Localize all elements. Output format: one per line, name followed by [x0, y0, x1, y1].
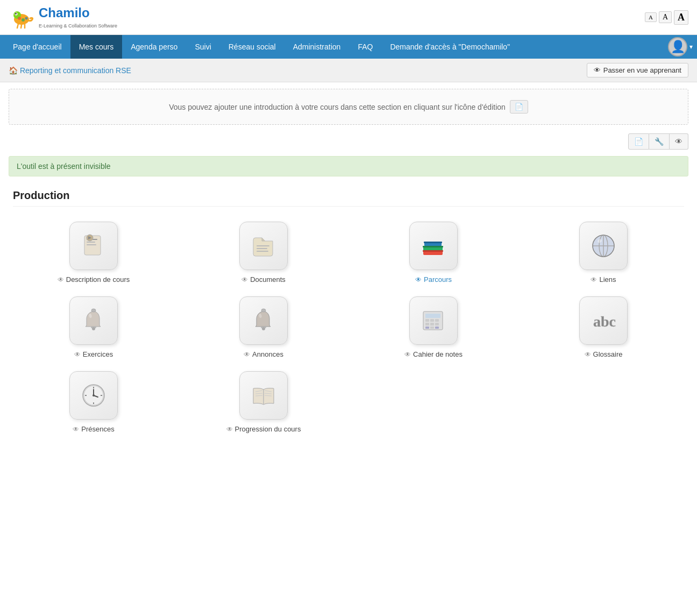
tool-item-exercices[interactable]: 👁 Exercices [13, 296, 174, 358]
view-icon: 👁 [594, 66, 601, 74]
intro-text: Vous pouvez ajouter une introduction à v… [169, 103, 506, 111]
tool-icon-documents [239, 222, 288, 270]
glossaire-icon: abc [589, 306, 618, 335]
tool-label-presences: 👁 Présences [73, 425, 114, 433]
tool-item-documents[interactable]: 👁 Documents [183, 222, 344, 284]
font-small-button[interactable]: A [645, 12, 657, 22]
presences-icon [79, 381, 108, 410]
eye-small-icon3: 👁 [415, 276, 422, 284]
annonces-icon [249, 306, 278, 335]
svg-rect-12 [87, 242, 95, 243]
nav-item-agenda[interactable]: Agenda perso [122, 35, 186, 59]
nav-item-demande[interactable]: Demande d'accès à "Demochamilo" [381, 35, 518, 59]
svg-line-5 [21, 25, 22, 28]
eye-small-icon7: 👁 [404, 351, 411, 358]
view-label: Passer en vue apprenant [603, 66, 681, 74]
nav-item-reseau[interactable]: Réseau social [220, 35, 285, 59]
tool-label-text7: Cahier de notes [413, 350, 463, 358]
font-large-button[interactable]: A [674, 10, 688, 25]
svg-rect-47 [425, 327, 429, 329]
nav-bar: Page d'accueil Mes cours Agenda perso Su… [0, 35, 697, 59]
eye-small-icon9: 👁 [73, 426, 79, 433]
tool-icon-glossaire: abc [579, 296, 628, 345]
doc-tool-icon: 📄 [634, 137, 643, 146]
svg-rect-42 [430, 319, 434, 322]
tool-item-presences[interactable]: 👁 Présences [13, 371, 174, 433]
tool-icon-progression [239, 371, 288, 420]
tool-icon-presences [69, 371, 118, 420]
wrench-tool-button[interactable]: 🔧 [649, 133, 670, 150]
logo-name: Chamilo [39, 5, 117, 20]
tool-label-cahier: 👁 Cahier de notes [404, 350, 463, 358]
breadcrumb-bar: 🏠 Reporting et communication RSE 👁 Passe… [0, 59, 697, 82]
breadcrumb-home-icon: 🏠 [9, 66, 18, 75]
tool-label-annonces: 👁 Annonces [244, 350, 283, 358]
view-learner-button[interactable]: 👁 Passer en vue apprenant [587, 63, 688, 77]
tool-actions: 📄 🔧 👁 [0, 131, 697, 152]
doc-tool-button[interactable]: 📄 [628, 133, 649, 150]
svg-point-32 [92, 327, 95, 330]
tool-icon-description [69, 222, 118, 270]
tool-label-text6: Annonces [252, 350, 283, 358]
tool-label-exercices: 👁 Exercices [74, 350, 113, 358]
tool-item-parcours[interactable]: 👁 Parcours [353, 222, 514, 284]
liens-icon [589, 231, 618, 260]
eye-small-icon4: 👁 [591, 276, 597, 284]
tool-label-glossaire: 👁 Glossaire [585, 350, 623, 358]
tool-item-cahier[interactable]: 👁 Cahier de notes [353, 296, 514, 358]
nav-item-mes-cours[interactable]: Mes cours [70, 35, 123, 59]
tool-label-text3: Parcours [424, 275, 452, 284]
nav-item-faq[interactable]: FAQ [349, 35, 381, 59]
svg-point-8 [22, 18, 25, 22]
tool-label-liens: 👁 Liens [591, 275, 616, 284]
svg-rect-18 [257, 251, 268, 252]
nav-item-administration[interactable]: Administration [285, 35, 350, 59]
avatar-button[interactable]: 👤 [668, 37, 687, 56]
eye-small-icon5: 👁 [74, 351, 81, 358]
tool-label-text10: Progression du cours [235, 425, 301, 433]
alert-text: L'outil est à présent invisible [17, 162, 111, 171]
nav-item-home[interactable]: Page d'accueil [4, 35, 70, 59]
tool-label-text5: Exercices [83, 350, 113, 358]
alert-banner: L'outil est à présent invisible [9, 156, 688, 176]
nav-right: 👤 ▾ [668, 37, 693, 56]
description-icon [79, 231, 108, 260]
nav-item-suivi[interactable]: Suivi [186, 35, 219, 59]
edit-icon: 📄 [515, 103, 523, 111]
tool-item-glossaire[interactable]: abc 👁 Glossaire [523, 296, 684, 358]
breadcrumb-link[interactable]: 🏠 Reporting et communication RSE [9, 66, 131, 75]
tool-label-progression: 👁 Progression du cours [226, 425, 301, 433]
wrench-icon: 🔧 [655, 137, 664, 146]
breadcrumb-text: Reporting et communication RSE [20, 66, 131, 75]
progression-icon [249, 381, 278, 410]
production-title: Production [13, 189, 684, 207]
intro-section: Vous pouvez ajouter une introduction à v… [9, 89, 688, 125]
svg-point-3 [15, 13, 16, 14]
eye-tool-button[interactable]: 👁 [670, 133, 688, 150]
logo-subtitle: E-Learning & Collaboration Software [39, 23, 117, 29]
eye-small-icon: 👁 [58, 276, 64, 284]
tool-item-description[interactable]: 👁 Description de cours [13, 222, 174, 284]
avatar-icon: 👤 [671, 40, 685, 54]
eye-small-icon8: 👁 [585, 351, 591, 358]
eye-small-icon6: 👁 [244, 351, 250, 358]
parcours-icon [419, 231, 448, 260]
svg-rect-44 [425, 323, 429, 325]
tool-label-text8: Glossaire [593, 350, 623, 358]
edit-intro-button[interactable]: 📄 [510, 100, 528, 114]
font-size-controls: A A A [645, 10, 688, 25]
svg-rect-22 [424, 242, 442, 243]
svg-point-7 [18, 17, 21, 20]
tool-item-annonces[interactable]: 👁 Annonces [183, 296, 344, 358]
tool-item-liens[interactable]: 👁 Liens [523, 222, 684, 284]
svg-rect-41 [425, 319, 429, 322]
svg-point-59 [93, 394, 95, 396]
font-medium-button[interactable]: A [659, 11, 672, 23]
tool-label-text2: Documents [250, 275, 286, 284]
eye-tool-icon: 👁 [675, 137, 682, 146]
exercices-icon [79, 306, 108, 335]
avatar-caret[interactable]: ▾ [689, 43, 693, 51]
logo-icon [9, 4, 34, 30]
tool-item-progression[interactable]: 👁 Progression du cours [183, 371, 344, 433]
production-section: Production 👁 Description de cours [0, 181, 697, 452]
